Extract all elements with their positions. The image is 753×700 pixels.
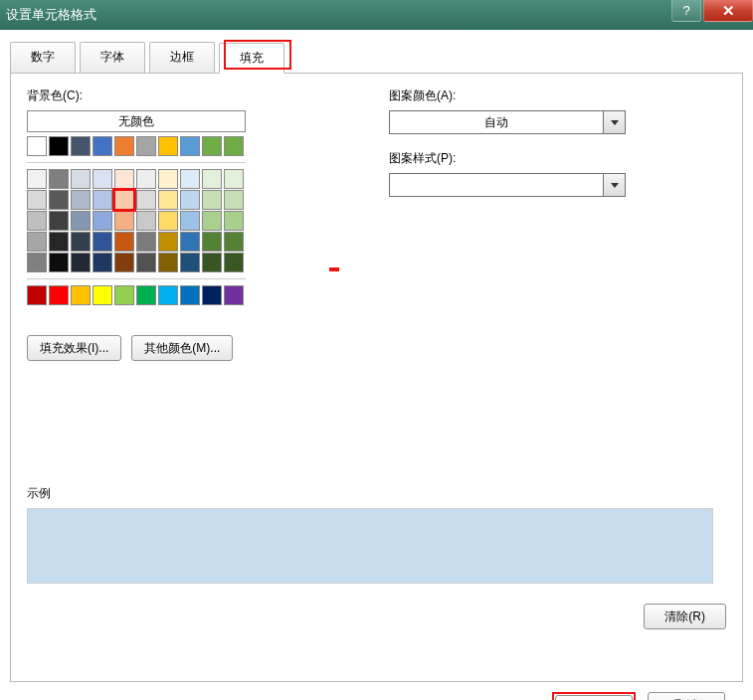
color-swatch[interactable] — [158, 169, 178, 189]
color-swatch[interactable] — [71, 211, 91, 231]
color-swatch[interactable] — [71, 169, 91, 189]
color-swatch[interactable] — [114, 285, 134, 305]
color-swatch[interactable] — [180, 169, 200, 189]
color-swatch[interactable] — [27, 211, 47, 231]
close-button[interactable]: ✕ — [703, 0, 753, 22]
tab-fill[interactable]: 填充 — [219, 43, 284, 74]
pattern-color-select[interactable]: 自动 — [389, 110, 626, 134]
color-swatch[interactable] — [158, 253, 178, 272]
bg-color-label: 背景色(C): — [27, 88, 365, 104]
color-swatch[interactable] — [49, 169, 69, 189]
color-swatch[interactable] — [93, 253, 112, 272]
color-swatch[interactable] — [93, 190, 112, 210]
color-swatch[interactable] — [49, 253, 69, 272]
color-swatch[interactable] — [180, 285, 200, 305]
help-button[interactable]: ? — [671, 0, 701, 22]
color-swatch[interactable] — [49, 190, 69, 210]
color-swatch[interactable] — [93, 211, 112, 231]
tab-number[interactable]: 数字 — [10, 42, 76, 73]
color-swatch[interactable] — [114, 169, 134, 189]
color-swatch[interactable] — [49, 285, 69, 305]
pattern-style-select[interactable] — [389, 173, 626, 197]
tab-border[interactable]: 边框 — [149, 42, 215, 73]
color-swatch[interactable] — [224, 211, 244, 231]
chevron-down-icon[interactable] — [603, 111, 625, 133]
color-swatch[interactable] — [158, 136, 178, 156]
color-swatch[interactable] — [93, 232, 112, 252]
color-swatch[interactable] — [136, 211, 156, 231]
color-swatch[interactable] — [202, 232, 222, 252]
color-swatch[interactable] — [93, 285, 112, 305]
color-swatch[interactable] — [180, 190, 200, 210]
color-swatch[interactable] — [27, 253, 47, 272]
color-swatch[interactable] — [114, 232, 134, 252]
color-swatch[interactable] — [158, 232, 178, 252]
more-colors-button[interactable]: 其他颜色(M)... — [131, 335, 233, 361]
color-swatch[interactable] — [71, 253, 91, 272]
color-swatch[interactable] — [49, 211, 69, 231]
color-swatch[interactable] — [202, 211, 222, 231]
example-label: 示例 — [27, 485, 726, 502]
color-swatch[interactable] — [224, 253, 244, 272]
color-swatch[interactable] — [224, 285, 244, 305]
color-swatch[interactable] — [136, 253, 156, 272]
color-swatch[interactable] — [158, 285, 178, 305]
color-swatch[interactable] — [49, 232, 69, 252]
color-swatch[interactable] — [93, 136, 112, 156]
color-swatch[interactable] — [136, 285, 156, 305]
color-swatch[interactable] — [136, 190, 156, 210]
color-swatch[interactable] — [202, 190, 222, 210]
color-swatch[interactable] — [158, 190, 178, 210]
color-swatch[interactable] — [224, 169, 244, 189]
color-swatch[interactable] — [224, 190, 244, 210]
no-color-button[interactable]: 无颜色 — [27, 110, 246, 132]
color-swatch[interactable] — [93, 169, 112, 189]
pattern-color-label: 图案颜色(A): — [389, 88, 726, 104]
color-swatch[interactable] — [202, 136, 222, 156]
color-swatch[interactable] — [27, 232, 47, 252]
color-swatch[interactable] — [136, 136, 156, 156]
window-title: 设置单元格格式 — [6, 6, 96, 24]
color-swatch[interactable] — [202, 253, 222, 272]
color-swatch[interactable] — [180, 136, 200, 156]
tab-font[interactable]: 字体 — [80, 42, 145, 73]
color-swatch[interactable] — [202, 169, 222, 189]
color-swatch[interactable] — [27, 136, 47, 156]
ok-button[interactable]: 确定 — [555, 695, 633, 700]
annotation-mark — [329, 267, 339, 271]
color-swatch[interactable] — [27, 190, 47, 210]
fill-effects-button[interactable]: 填充效果(I)... — [27, 335, 121, 361]
color-swatch[interactable] — [224, 136, 244, 156]
color-swatch[interactable] — [71, 285, 91, 305]
ok-button-highlight: 确定 — [552, 692, 636, 700]
color-swatch[interactable] — [49, 136, 69, 156]
color-swatch[interactable] — [71, 232, 91, 252]
color-swatch[interactable] — [27, 285, 47, 305]
clear-button[interactable]: 清除(R) — [644, 604, 726, 629]
pattern-color-value: 自动 — [390, 111, 603, 133]
color-swatch[interactable] — [114, 190, 134, 210]
color-swatch[interactable] — [158, 211, 178, 231]
example-preview — [27, 508, 713, 584]
tab-bar: 数字 字体 边框 填充 — [10, 42, 743, 74]
color-swatch[interactable] — [180, 253, 200, 272]
color-swatch[interactable] — [136, 169, 156, 189]
chevron-down-icon[interactable] — [603, 174, 625, 196]
color-swatch[interactable] — [180, 232, 200, 252]
color-swatch[interactable] — [114, 211, 134, 231]
tab-content: 背景色(C): 无颜色 填充效果(I)... 其他颜色(M)... 图案颜色(A… — [10, 74, 743, 682]
dialog-footer: 确定 取消 — [10, 682, 743, 700]
color-swatch[interactable] — [114, 253, 134, 272]
cancel-button[interactable]: 取消 — [648, 692, 725, 700]
titlebar: 设置单元格格式 ? ✕ — [0, 0, 753, 30]
color-swatch[interactable] — [71, 190, 91, 210]
pattern-style-value — [390, 174, 603, 196]
color-swatch[interactable] — [136, 232, 156, 252]
color-swatch[interactable] — [27, 169, 47, 189]
color-swatch[interactable] — [180, 211, 200, 231]
color-swatch[interactable] — [71, 136, 91, 156]
color-swatch[interactable] — [114, 136, 134, 156]
color-swatch[interactable] — [202, 285, 222, 305]
color-swatch[interactable] — [224, 232, 244, 252]
color-palette — [27, 136, 365, 305]
